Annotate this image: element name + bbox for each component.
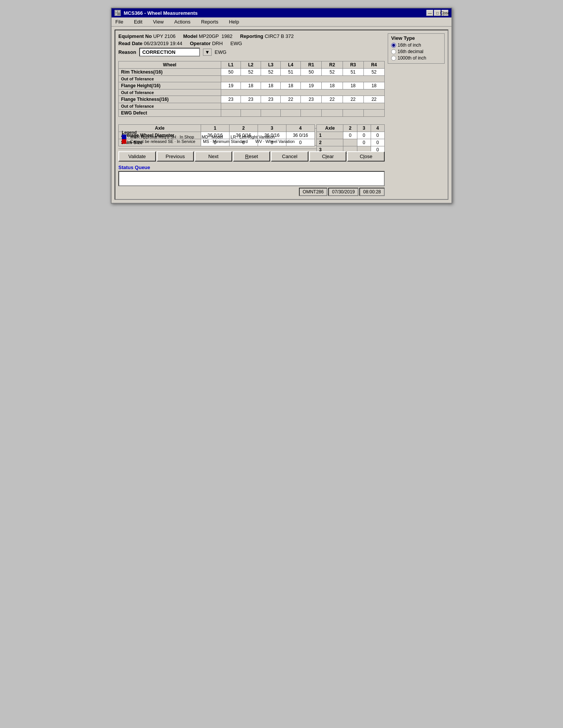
axle-r-r1-v3[interactable]: 0 — [371, 132, 384, 139]
ft-r1[interactable]: 23 — [301, 96, 322, 103]
fh-r4[interactable]: 18 — [363, 82, 384, 89]
col-r2: R2 — [322, 61, 343, 69]
validate-button[interactable]: Validate — [118, 151, 156, 162]
rim-l1[interactable]: 50 — [221, 69, 241, 76]
reason-ewg: EWG — [215, 49, 226, 55]
ft-out-vals — [221, 103, 384, 110]
menu-edit[interactable]: Edit — [132, 18, 145, 25]
ft-l4[interactable]: 22 — [281, 96, 301, 103]
legend-red-square — [122, 139, 126, 144]
legend-red-text: · Cannot be released SE · In Service — [128, 139, 195, 144]
close-button[interactable]: Close — [347, 151, 385, 162]
axle-r-r2-v3[interactable]: 0 — [371, 139, 384, 146]
ft-l1[interactable]: 23 — [221, 96, 241, 103]
axle-r-r1-v2[interactable]: 0 — [357, 132, 371, 139]
status-queue: Status Queue — [118, 165, 385, 186]
radio-16th-decimal-input[interactable] — [391, 49, 396, 54]
main-panel: Equipment No UPY 2106 Model MP20GP 1982 … — [115, 30, 448, 200]
menu-bar: File Edit View Actions Reports Help — [112, 17, 451, 27]
fh-r2[interactable]: 18 — [322, 82, 343, 89]
radio-1000th-inch[interactable]: 1000th of inch — [391, 55, 441, 61]
radio-16th-decimal[interactable]: 16th decimal — [391, 49, 441, 54]
rim-l2[interactable]: 52 — [241, 69, 261, 76]
reset-button[interactable]: Reset — [233, 151, 270, 162]
axle-r-r2-v2[interactable]: 0 — [357, 139, 371, 146]
ewg-l2[interactable] — [241, 110, 261, 117]
ewg-r3[interactable] — [343, 110, 363, 117]
ewg-r1[interactable] — [301, 110, 322, 117]
minimize-button[interactable]: — — [426, 10, 433, 16]
fh-out-vals — [221, 89, 384, 96]
awd-4[interactable]: 36 0/16 — [286, 132, 315, 139]
rim-r3[interactable]: 51 — [343, 69, 363, 76]
reporting-value: CIRC7 B 372 — [265, 33, 294, 39]
clear-button[interactable]: Clear — [309, 151, 347, 162]
ewg-r4[interactable] — [363, 110, 384, 117]
rim-r2[interactable]: 52 — [322, 69, 343, 76]
fh-l2[interactable]: 18 — [241, 82, 261, 89]
legend-item-lr: LR · Left-Right Variation — [231, 135, 275, 139]
close-button[interactable]: Close — [442, 10, 448, 16]
rim-out-vals — [221, 76, 384, 82]
ft-l3[interactable]: 23 — [261, 96, 281, 103]
ft-l2[interactable]: 23 — [241, 96, 261, 103]
cancel-button[interactable]: Cancel — [271, 151, 308, 162]
ewg-l4[interactable] — [281, 110, 301, 117]
reason-input[interactable]: CORRECTION — [139, 48, 200, 56]
content-area: Equipment No UPY 2106 Model MP20GP 1982 … — [112, 27, 451, 203]
status-queue-box — [118, 171, 385, 186]
ewg-l3[interactable] — [261, 110, 281, 117]
rim-r1[interactable]: 50 — [301, 69, 322, 76]
ewg-l1[interactable] — [221, 110, 241, 117]
menu-file[interactable]: File — [113, 18, 126, 25]
radio-16th-inch-label: 16th of inch — [398, 42, 421, 48]
fh-l4[interactable]: 18 — [281, 82, 301, 89]
status-time: 08:00:28 — [359, 188, 385, 196]
radio-1000th-inch-input[interactable] — [391, 56, 396, 61]
axle-right-table: Axle 2 3 4 1 0 — [316, 124, 385, 154]
radio-16th-inch[interactable]: 16th of inch — [391, 42, 441, 48]
window-title: MCS366 - Wheel Measurements — [124, 10, 198, 16]
col-l1: L1 — [221, 61, 241, 69]
next-button[interactable]: Next — [195, 151, 232, 162]
fh-r1[interactable]: 19 — [301, 82, 322, 89]
menu-reports[interactable]: Reports — [199, 18, 221, 25]
reason-dropdown[interactable]: ▼ — [203, 49, 212, 56]
legend-md-text: MD · Model — [202, 135, 223, 139]
info-row-2: Read Date 06/23/2019 19:44 Operator DRH … — [118, 41, 385, 46]
table-row: Out of Tolerance — [119, 76, 385, 82]
rim-l4[interactable]: 51 — [281, 69, 301, 76]
table-row: Rim Thickness(/16) 50 52 52 51 50 52 51 … — [119, 69, 385, 76]
radio-16th-inch-input[interactable] — [391, 43, 396, 48]
col-l4: L4 — [281, 61, 301, 69]
ft-r2[interactable]: 22 — [322, 96, 343, 103]
axle-r-r1-v1[interactable]: 0 — [343, 132, 357, 139]
axle-section: Axle 1 2 3 4 Average Wheel D — [118, 121, 385, 124]
ft-r4[interactable]: 22 — [363, 96, 384, 103]
fh-l1[interactable]: 19 — [221, 82, 241, 89]
reporting-label: Reporting — [240, 33, 263, 39]
legend-item-ms: MS · Minimum Standard — [203, 139, 248, 144]
legend-wv-text: WV · Wheel Variation — [255, 139, 295, 144]
ft-r3[interactable]: 22 — [343, 96, 363, 103]
view-type-box: View Type 16th of inch 16th decimal 1000… — [388, 33, 445, 64]
view-type-title: View Type — [391, 35, 441, 41]
menu-help[interactable]: Help — [226, 18, 241, 25]
axle-r-r2-v1[interactable] — [343, 139, 357, 146]
rim-out-label: Out of Tolerance — [119, 76, 221, 82]
menu-view[interactable]: View — [151, 18, 166, 25]
previous-button[interactable]: Previous — [157, 151, 194, 162]
legend-lr-text: LR · Left-Right Variation — [231, 135, 275, 139]
rim-r4[interactable]: 52 — [363, 69, 384, 76]
menu-actions[interactable]: Actions — [172, 18, 193, 25]
table-row: Out of Tolerance — [119, 103, 385, 110]
fh-l3[interactable]: 18 — [261, 82, 281, 89]
rim-l3[interactable]: 52 — [261, 69, 281, 76]
read-date-label: Read Date — [118, 41, 143, 46]
read-date-value: 06/23/2019 19:44 — [144, 41, 182, 46]
legend-blue-text: · MGR Approval Req'd SH · In Shop — [128, 135, 194, 139]
col-l2: L2 — [241, 61, 261, 69]
axle-r-col-2: 2 — [343, 125, 357, 132]
fh-r3[interactable]: 18 — [343, 82, 363, 89]
ewg-r2[interactable] — [322, 110, 343, 117]
